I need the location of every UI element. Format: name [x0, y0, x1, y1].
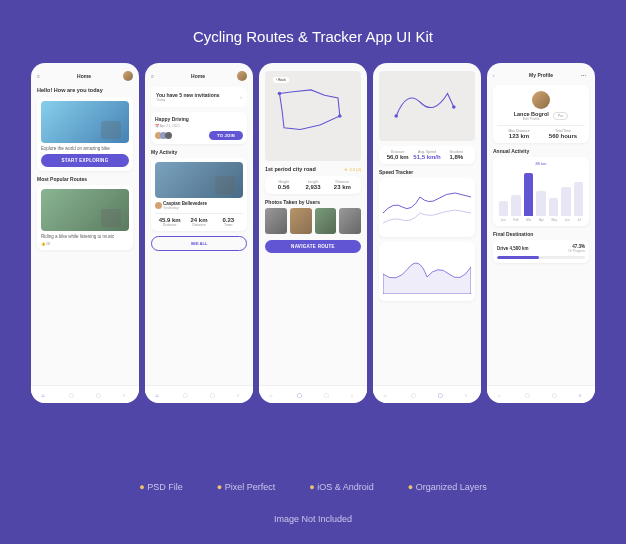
calendar-icon[interactable]: ▢: [324, 392, 330, 398]
chevron-right-icon: ›: [240, 94, 242, 100]
stat-value: 123 km: [497, 133, 541, 139]
stat-value: 56,0 km: [383, 154, 412, 160]
tab-bar: ⌂ ▢ ▢ ○: [373, 385, 481, 403]
kit-title: Cycling Routes & Tracker App UI Kit: [0, 0, 626, 63]
tab-bar: ⌂ ▢ ▢ ○: [31, 385, 139, 403]
feature-item: iOS & Android: [309, 482, 373, 492]
menu-icon[interactable]: ≡: [151, 72, 159, 80]
invite-subtitle: Today: [156, 98, 220, 102]
stat-value: 2,933: [298, 184, 327, 190]
back-button[interactable]: ‹ Back: [273, 77, 289, 83]
section-label: Photos Taken by Users: [265, 199, 361, 205]
section-label: Final Destination: [493, 231, 589, 237]
calendar-icon[interactable]: ▢: [552, 392, 558, 398]
profile-card: Lance Bogrol Edit Profile Pro Max Distan…: [493, 85, 589, 143]
stat-value: 0.56: [269, 184, 298, 190]
profile-icon[interactable]: ○: [237, 392, 243, 398]
stat-value: 1,8%: [442, 154, 471, 160]
avatar[interactable]: [237, 71, 247, 81]
pro-badge: Pro: [553, 112, 568, 120]
home-icon[interactable]: ⌂: [498, 392, 504, 398]
home-icon[interactable]: ⌂: [384, 392, 390, 398]
peak-label: 89 km: [497, 161, 585, 166]
join-button[interactable]: TO JOIN: [209, 131, 243, 140]
user-photo[interactable]: [265, 208, 287, 234]
edit-profile-link[interactable]: Edit Profile: [514, 117, 549, 121]
event-title: Happy Driving: [155, 116, 243, 122]
stat-value: 560 hours: [541, 133, 585, 139]
tracker-map[interactable]: [379, 71, 475, 141]
activity-time: Yesterday: [163, 206, 243, 210]
back-icon[interactable]: ‹: [493, 71, 501, 79]
card-caption: Explore the world on amazing bike: [41, 146, 129, 151]
screen-home-activity: ≡ Home You have 5 new invitations Today …: [145, 63, 253, 403]
profile-icon[interactable]: ○: [123, 392, 129, 398]
svg-point-0: [277, 92, 281, 96]
home-icon[interactable]: ⌂: [156, 392, 162, 398]
map-icon[interactable]: ▢: [183, 392, 189, 398]
page-title: My Profile: [501, 72, 581, 78]
annual-chart: 89 km JanFebMarAprMayJunJul: [493, 157, 589, 226]
dest-status: On Progress: [568, 249, 585, 253]
progress-bar: [497, 256, 585, 259]
invite-title: You have 5 new invitations: [156, 92, 220, 98]
menu-icon[interactable]: ≡: [37, 72, 45, 80]
photos-row: [265, 208, 361, 234]
route-map[interactable]: ‹ Back: [265, 71, 361, 161]
bar: [574, 182, 583, 216]
calendar-icon[interactable]: ▢: [210, 392, 216, 398]
chart-label: Speed Tracker: [379, 169, 475, 175]
disclaimer-text: Image Not Included: [0, 514, 626, 544]
user-avatar: [155, 202, 162, 209]
likes-count: 👍 10: [41, 242, 129, 246]
map-icon[interactable]: ▢: [297, 392, 303, 398]
footer: PSD File Pixel Perfect iOS & Android Org…: [0, 458, 626, 544]
page-title: Home: [159, 73, 237, 79]
card-image: [41, 101, 129, 143]
bar: [499, 201, 508, 216]
map-icon[interactable]: ▢: [525, 392, 531, 398]
x-axis: JanFebMarAprMayJunJul: [497, 218, 585, 222]
map-icon[interactable]: ▢: [411, 392, 417, 398]
svg-point-2: [394, 114, 398, 118]
section-label: Annual Activity: [493, 148, 589, 154]
invitations-card[interactable]: You have 5 new invitations Today ›: [151, 87, 247, 107]
see-all-button[interactable]: SEE ALL: [151, 236, 247, 251]
tab-bar: ⌂ ▢ ▢ ○: [487, 385, 595, 403]
profile-icon[interactable]: ○: [579, 392, 585, 398]
calendar-icon[interactable]: ▢: [96, 392, 102, 398]
user-photo[interactable]: [290, 208, 312, 234]
feature-item: Organized Layers: [408, 482, 487, 492]
bar-active: [524, 173, 533, 216]
user-photo[interactable]: [315, 208, 337, 234]
navigate-route-button[interactable]: NAVIGATE ROUTE: [265, 240, 361, 253]
route-card[interactable]: Riding a bike while listening to music 👍…: [37, 185, 133, 250]
stat-value: 23 km: [328, 184, 357, 190]
profile-icon[interactable]: ○: [351, 392, 357, 398]
event-card[interactable]: Happy Driving 📅 Apr 21, 2021 TO JOIN: [151, 112, 247, 144]
settings-icon[interactable]: ⋯: [581, 72, 589, 78]
card-image: [155, 162, 243, 198]
event-date: Apr 21, 2021: [160, 124, 180, 128]
profile-icon[interactable]: ○: [465, 392, 471, 398]
activity-card[interactable]: Caspian Bellevedere Yesterday 45.9 kmDis…: [151, 158, 247, 231]
calendar-icon[interactable]: ▢: [438, 392, 444, 398]
bar: [536, 191, 545, 216]
phone-row: ≡ Home Hello! How are you today Explore …: [0, 63, 626, 403]
avatar[interactable]: [123, 71, 133, 81]
profile-avatar[interactable]: [532, 91, 550, 109]
explore-card[interactable]: Explore the world on amazing bike START …: [37, 97, 133, 171]
map-icon[interactable]: ▢: [69, 392, 75, 398]
stat-value: 51,5 km/h: [412, 154, 441, 160]
start-exploring-button[interactable]: START EXPLORING: [41, 154, 129, 167]
greeting-text: Hello! How are you today: [37, 87, 133, 93]
bar: [561, 187, 570, 216]
screen-home-explore: ≡ Home Hello! How are you today Explore …: [31, 63, 139, 403]
screen-route-detail: ‹ Back 1st period city road ★ 4.5 (4) He…: [259, 63, 367, 403]
svg-point-3: [452, 105, 456, 109]
home-icon[interactable]: ⌂: [270, 392, 276, 398]
destination-card: Drive 4,500 km 47.3% On Progress: [493, 240, 589, 263]
stat-label: Distance: [184, 223, 213, 227]
home-icon[interactable]: ⌂: [42, 392, 48, 398]
user-photo[interactable]: [339, 208, 361, 234]
